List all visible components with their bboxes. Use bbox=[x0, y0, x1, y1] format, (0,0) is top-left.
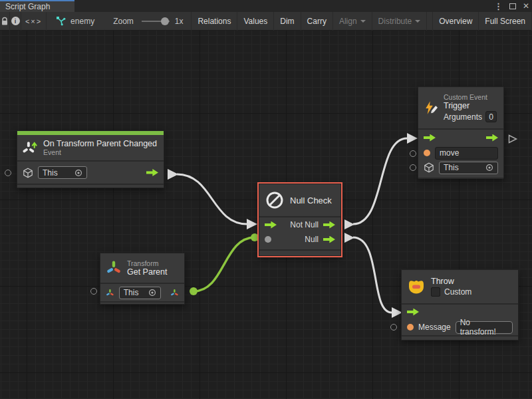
zoom-slider[interactable] bbox=[142, 17, 170, 26]
node-throw[interactable]: Throw Custom Message No transform! bbox=[401, 269, 519, 340]
node-subtitle: Event bbox=[43, 148, 157, 156]
value-input-port[interactable] bbox=[424, 150, 430, 156]
code-view-button[interactable]: <×> bbox=[21, 12, 47, 31]
transform-output-port-icon[interactable] bbox=[170, 288, 179, 298]
wire-arrow-icon bbox=[407, 133, 418, 144]
throw-error-icon bbox=[407, 278, 426, 295]
message-label: Message bbox=[418, 323, 451, 332]
event-name-input[interactable]: move bbox=[435, 147, 498, 160]
align-label: Align bbox=[339, 17, 357, 26]
gameobject-cube-icon bbox=[23, 168, 33, 178]
target-value: This bbox=[43, 168, 58, 178]
wire-notnull-to-customevent[interactable] bbox=[353, 133, 418, 224]
event-name-value: move bbox=[440, 148, 459, 158]
wire-dot-icon bbox=[190, 287, 198, 295]
zoom-value: 1x bbox=[175, 17, 184, 26]
node-left-port[interactable] bbox=[5, 170, 11, 176]
window-controls: ⋮ ✕ bbox=[494, 0, 529, 12]
hollow-flow-arrow[interactable] bbox=[507, 134, 518, 144]
arguments-stepper[interactable]: 0 bbox=[485, 111, 497, 122]
transform-port-icon bbox=[106, 288, 114, 298]
value-input-port[interactable] bbox=[265, 236, 271, 243]
target-dropdown[interactable]: This bbox=[38, 166, 87, 179]
code-icon: <×> bbox=[25, 17, 42, 25]
align-dropdown[interactable]: Align bbox=[333, 12, 372, 31]
target-dropdown[interactable]: This bbox=[439, 162, 498, 174]
script-graph-window: Script Graph ⋮ ✕ i <×> bbox=[0, 0, 532, 399]
distribute-dropdown[interactable]: Distribute bbox=[372, 12, 428, 31]
wire-null-to-throw[interactable] bbox=[353, 237, 402, 318]
tab-bar: Script Graph ⋮ ✕ bbox=[0, 0, 532, 12]
flow-input-port[interactable] bbox=[265, 221, 277, 229]
node-left-port[interactable] bbox=[410, 150, 416, 157]
maximize-icon[interactable] bbox=[509, 3, 516, 9]
dim-button[interactable]: Dim bbox=[274, 12, 301, 31]
target-picker-icon[interactable] bbox=[148, 289, 156, 297]
flow-output-port[interactable] bbox=[146, 169, 158, 176]
toolbar-buttons: Relations Values Dim Carry Align Distrib… bbox=[191, 12, 532, 31]
info-icon: i bbox=[11, 17, 20, 25]
arguments-label: Arguments bbox=[444, 112, 482, 122]
node-title: Get Parent bbox=[127, 267, 167, 277]
graph-canvas[interactable]: On Transform Parent Changed Event This bbox=[0, 31, 532, 399]
custom-event-icon bbox=[424, 99, 438, 117]
node-title: On Transform Parent Changed bbox=[43, 139, 157, 148]
chevron-down-icon bbox=[360, 20, 366, 23]
node-category: Custom Event bbox=[444, 93, 497, 101]
zoom-slider-handle[interactable] bbox=[161, 17, 169, 25]
custom-label: Custom bbox=[444, 287, 471, 297]
not-null-label: Not Null bbox=[290, 220, 319, 229]
node-title: Null Check bbox=[290, 196, 332, 205]
info-button[interactable]: i bbox=[10, 12, 21, 31]
node-get-parent[interactable]: Transform Get Parent This bbox=[100, 253, 185, 305]
wire-dot-icon bbox=[251, 233, 259, 241]
relations-button[interactable]: Relations bbox=[192, 12, 237, 31]
graph-name: enemy bbox=[70, 17, 94, 26]
not-null-output-port[interactable] bbox=[323, 221, 335, 229]
target-dropdown[interactable]: This bbox=[119, 287, 161, 299]
node-trigger-custom-event[interactable]: Custom Event Trigger Arguments 0 move bbox=[418, 86, 504, 178]
graph-icon bbox=[56, 16, 66, 26]
tab-label: Script Graph bbox=[5, 2, 50, 11]
wire-arrow-icon bbox=[247, 219, 257, 229]
message-input[interactable]: No transform! bbox=[456, 321, 513, 334]
wire-getparent-to-null[interactable] bbox=[190, 233, 259, 295]
node-left-port[interactable] bbox=[390, 324, 397, 331]
node-left-port[interactable] bbox=[410, 164, 416, 171]
close-icon[interactable]: ✕ bbox=[523, 2, 529, 10]
window-menu-icon[interactable]: ⋮ bbox=[494, 2, 503, 11]
graph-breadcrumb[interactable]: enemy bbox=[56, 16, 94, 26]
node-title: Trigger bbox=[444, 101, 497, 110]
message-value: No transform! bbox=[460, 318, 508, 336]
flow-input-port[interactable] bbox=[424, 134, 436, 142]
target-picker-icon[interactable] bbox=[74, 169, 82, 177]
flow-input-port[interactable] bbox=[407, 309, 419, 316]
node-left-port[interactable] bbox=[90, 288, 97, 295]
gameobject-cube-icon bbox=[424, 162, 434, 173]
distribute-label: Distribute bbox=[378, 17, 412, 26]
value-input-port[interactable] bbox=[407, 324, 414, 331]
values-button[interactable]: Values bbox=[237, 12, 274, 31]
flow-output-port[interactable] bbox=[486, 134, 498, 142]
target-picker-icon[interactable] bbox=[485, 164, 493, 172]
wire-event-to-nullcheck[interactable] bbox=[168, 169, 257, 229]
tab-script-graph[interactable]: Script Graph bbox=[0, 0, 74, 12]
target-value: This bbox=[124, 288, 139, 297]
custom-checkbox[interactable] bbox=[431, 287, 440, 297]
lock-button[interactable] bbox=[0, 12, 10, 31]
null-output-port[interactable] bbox=[323, 236, 335, 243]
node-on-transform-parent-changed[interactable]: On Transform Parent Changed Event This bbox=[17, 130, 164, 188]
transform-icon bbox=[106, 260, 122, 276]
null-label: Null bbox=[305, 235, 319, 244]
node-category: Transform bbox=[127, 259, 167, 267]
fullscreen-button[interactable]: Full Screen bbox=[479, 12, 532, 31]
graph-toolbar: i <×> enemy Zoom 1x Relations Values Dim… bbox=[0, 12, 532, 31]
zoom-label: Zoom bbox=[113, 17, 134, 26]
node-null-check[interactable]: Null Check Not Null Null bbox=[259, 184, 341, 256]
lock-icon bbox=[1, 17, 9, 26]
transform-event-icon bbox=[23, 140, 38, 156]
chevron-down-icon bbox=[415, 20, 420, 23]
carry-button[interactable]: Carry bbox=[301, 12, 333, 31]
node-title: Throw bbox=[431, 277, 471, 286]
overview-button[interactable]: Overview bbox=[432, 12, 479, 31]
